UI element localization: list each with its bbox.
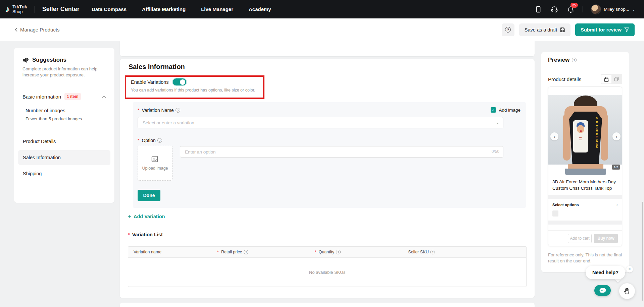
product-preview-card: • • •• • • AIR FORCE MOM ‹ › 1/3 3D Air …	[548, 86, 622, 246]
help-button[interactable]: ?	[502, 23, 514, 36]
next-section-card-edge	[120, 303, 535, 307]
column-label: Variation name	[134, 250, 161, 254]
logo-line2: Shop	[12, 9, 27, 14]
section-divider	[548, 195, 622, 199]
wave-hand-button[interactable]	[619, 283, 635, 299]
issue-count-badge: 1 item	[64, 93, 81, 100]
preview-subtitle: Product details	[548, 76, 581, 82]
pinup-graphic: • • •• • •	[573, 120, 588, 152]
graphic-dots: • • •• • •	[575, 136, 587, 141]
buy-now-button[interactable]: Buy now	[594, 234, 618, 243]
product-image: • • •• • • AIR FORCE MOM ‹ › 1/3	[548, 87, 622, 176]
checkbox-checked-icon: ✓	[491, 107, 496, 113]
add-variation-button[interactable]: + Add Variation	[128, 213, 165, 220]
page-header: Manage Products ? Save as a draft Submit…	[0, 18, 644, 41]
support-headset-icon[interactable]	[550, 5, 558, 13]
variation-swatch[interactable]	[552, 210, 558, 217]
save-draft-label: Save as a draft	[525, 27, 557, 33]
product-actions: Add to cart Buy now	[548, 230, 622, 246]
previous-section-card-edge	[120, 41, 535, 56]
plus-icon: +	[128, 213, 131, 220]
help-icon[interactable]: ?	[572, 58, 577, 62]
preview-mode-cards[interactable]	[611, 75, 622, 83]
option-input[interactable]	[180, 146, 503, 158]
column-variation-name: Variation name	[128, 250, 212, 254]
carousel-prev-button[interactable]: ‹	[550, 132, 558, 140]
tiktok-note-icon: ♪	[5, 5, 10, 13]
navbar-divider	[583, 6, 583, 12]
product-title: 3D Air Force Mom Mothers Day Custom Cris…	[548, 176, 622, 195]
mobile-app-icon[interactable]	[534, 5, 542, 13]
suggestions-panel: Suggestions Complete product information…	[14, 48, 114, 203]
user-avatar	[591, 4, 601, 14]
seller-center-title[interactable]: Seller Center	[42, 6, 80, 13]
sidebar-item-sales-information[interactable]: Sales Information	[18, 150, 110, 165]
enable-variations-label: Enable Variations	[131, 79, 169, 85]
user-menu[interactable]: Miley shop... ⌄	[591, 4, 635, 14]
required-asterisk: *	[315, 250, 316, 254]
add-image-checkbox[interactable]: ✓ Add image	[491, 107, 521, 113]
variation-form-panel: * Variation Name ? ✓ Add image ⌄ * Optio…	[133, 102, 526, 208]
breadcrumb-back[interactable]: Manage Products	[15, 27, 60, 33]
empty-state-text: No available SKUs	[128, 258, 526, 287]
table-header-row: Variation name * Retail price ? * Quanti…	[128, 247, 526, 258]
enable-variations-toggle[interactable]	[173, 78, 186, 85]
column-label: Quantity	[318, 250, 334, 254]
preview-panel: Preview ? Product details	[541, 52, 629, 272]
basic-information-label[interactable]: Basic information	[22, 94, 61, 100]
select-options-label: Select options	[552, 203, 579, 207]
variation-name-select[interactable]	[138, 117, 503, 128]
nav-item-affiliate-marketing[interactable]: Affiliate Marketing	[142, 6, 186, 12]
add-variation-label: Add Variation	[134, 214, 165, 219]
notifications-bell-icon[interactable]: 25	[566, 5, 575, 13]
upload-image-dropzone[interactable]: Upload image	[138, 146, 172, 181]
image-icon	[151, 156, 159, 163]
layered-cards-icon	[614, 77, 619, 81]
nav-item-academy[interactable]: Academy	[249, 6, 271, 12]
breadcrumb-label: Manage Products	[20, 27, 60, 33]
hand-icon	[623, 287, 631, 295]
tiktok-shop-logo[interactable]: ♪ TikTok Shop	[5, 4, 27, 14]
preview-title: Preview	[548, 57, 569, 63]
chevron-down-icon: ⌄	[632, 7, 635, 12]
sidebar-item-shipping[interactable]: Shipping	[18, 166, 110, 181]
shopping-bag-icon	[604, 77, 609, 82]
page-scrollbar[interactable]	[642, 202, 643, 301]
help-icon[interactable]: ?	[244, 250, 248, 254]
pinup-face	[577, 125, 584, 133]
help-icon[interactable]: ?	[336, 250, 341, 254]
chat-bubble-icon	[599, 288, 606, 294]
submit-review-button[interactable]: Submit for review	[575, 23, 635, 36]
nav-item-live-manager[interactable]: Live Manager	[201, 6, 233, 12]
help-icon[interactable]: ?	[157, 138, 162, 143]
upload-image-label: Upload image	[142, 166, 168, 171]
pinup-lips	[580, 130, 582, 132]
add-to-cart-button[interactable]: Add to cart	[568, 234, 592, 243]
suggestion-item-desc: Fewer than 5 product images	[26, 116, 106, 121]
preview-mode-bag[interactable]	[601, 75, 611, 83]
navbar-divider	[35, 6, 35, 13]
carousel-next-button[interactable]: ›	[612, 132, 621, 140]
required-asterisk: *	[138, 138, 139, 143]
suggestions-title: Suggestions	[32, 57, 66, 63]
help-icon[interactable]: ?	[430, 250, 435, 254]
funnel-icon	[624, 27, 629, 32]
megaphone-icon	[22, 57, 29, 63]
save-icon	[560, 27, 565, 33]
sidebar-item-product-details[interactable]: Product Details	[18, 134, 110, 149]
chevron-right-icon: ›	[616, 202, 618, 207]
chevron-up-icon[interactable]	[102, 94, 106, 100]
select-options-row[interactable]: Select options ›	[548, 199, 622, 221]
save-draft-button[interactable]: Save as a draft	[519, 23, 571, 36]
done-button[interactable]: Done	[138, 190, 160, 201]
image-counter-badge: 1/3	[612, 165, 620, 170]
suggestion-item[interactable]: Number of images Fewer than 5 product im…	[14, 100, 114, 121]
variation-name-label: Variation Name	[142, 108, 174, 113]
help-icon[interactable]: ?	[176, 108, 180, 113]
chat-button[interactable]	[594, 285, 611, 296]
close-icon[interactable]: ×	[626, 266, 633, 272]
logo-line1: TikTok	[12, 4, 27, 9]
column-label: Seller SKU	[408, 250, 429, 254]
nav-item-data-compass[interactable]: Data Compass	[92, 6, 127, 12]
need-help-bubble[interactable]: Need help?	[586, 266, 625, 279]
